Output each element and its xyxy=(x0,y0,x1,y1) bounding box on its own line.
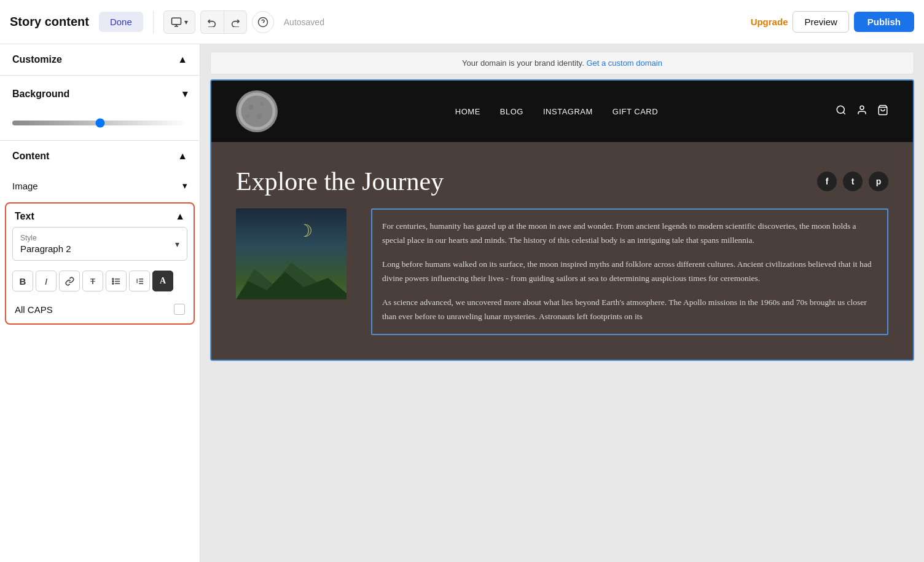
text-highlighted-box[interactable]: For centuries, humanity has gazed up at … xyxy=(371,208,888,335)
preview-content: ☽ For centuries, humanity has gazed up a… xyxy=(211,208,913,360)
sidebar: Customize ▲ Background ▾ Content ▲ Image… xyxy=(0,44,200,562)
domain-banner: Your domain is your brand identity. Get … xyxy=(210,52,914,74)
upgrade-button[interactable]: Upgrade xyxy=(751,17,788,27)
link-button[interactable] xyxy=(59,271,80,291)
content-chevron: ▲ xyxy=(178,151,187,162)
redo-button[interactable] xyxy=(224,10,247,34)
facebook-icon[interactable]: f xyxy=(817,172,837,191)
gradient-slider-container xyxy=(0,109,200,138)
text-section-box: Text ▲ Style Paragraph 2 ▾ B I T xyxy=(5,202,195,325)
help-button[interactable] xyxy=(252,11,274,33)
text-paragraph-2: Long before humans walked on its surface… xyxy=(382,258,877,286)
customize-chevron: ▲ xyxy=(178,54,187,65)
bullet-list-button[interactable] xyxy=(106,271,127,291)
text-color-button[interactable]: A xyxy=(152,271,173,291)
svg-line-21 xyxy=(843,112,845,114)
italic-button[interactable]: I xyxy=(36,271,57,291)
bold-button[interactable]: B xyxy=(12,271,33,291)
ordered-list-button[interactable] xyxy=(129,271,150,291)
nav-link-instagram[interactable]: INSTAGRAM xyxy=(543,107,593,116)
svg-point-18 xyxy=(256,113,262,119)
domain-link[interactable]: Get a custom domain xyxy=(586,58,662,68)
account-icon[interactable] xyxy=(856,105,867,118)
preview-nav: HOME BLOG INSTAGRAM GIFT CARD xyxy=(211,81,913,142)
nav-link-giftcard[interactable]: GIFT CARD xyxy=(613,107,658,116)
text-paragraph-3: As science advanced, we uncovered more a… xyxy=(382,296,877,324)
all-caps-checkbox[interactable] xyxy=(174,304,185,315)
preview-image: ☽ xyxy=(236,208,346,299)
strikethrough-button[interactable]: T xyxy=(82,271,103,291)
moon-crescent-icon: ☽ xyxy=(297,221,316,239)
done-button[interactable]: Done xyxy=(99,12,143,32)
content-section[interactable]: Content ▲ xyxy=(0,141,200,172)
publish-button[interactable]: Publish xyxy=(854,12,914,32)
background-section[interactable]: Background ▾ xyxy=(0,78,200,109)
customize-section[interactable]: Customize ▲ xyxy=(0,44,200,75)
style-label: Style xyxy=(20,234,179,242)
text-chevron: ▲ xyxy=(175,211,185,222)
undo-button[interactable] xyxy=(200,10,224,34)
nav-link-home[interactable]: HOME xyxy=(455,107,480,116)
svg-point-22 xyxy=(860,106,864,109)
undo-redo-group xyxy=(200,10,247,34)
preview-text-column: For centuries, humanity has gazed up at … xyxy=(371,208,888,335)
domain-banner-text: Your domain is your brand identity. xyxy=(462,58,584,68)
cart-icon[interactable] xyxy=(877,105,888,118)
content-label: Content xyxy=(12,151,49,162)
svg-point-8 xyxy=(112,278,113,279)
preview-button[interactable]: Preview xyxy=(793,11,848,33)
text-label: Text xyxy=(15,211,34,222)
preview-nav-icons xyxy=(836,105,888,118)
all-caps-row: All CAPS xyxy=(6,298,194,323)
svg-point-15 xyxy=(241,95,272,127)
svg-point-10 xyxy=(112,283,113,284)
page-title: Story content xyxy=(10,15,89,29)
customize-label: Customize xyxy=(12,54,62,65)
all-caps-label: All CAPS xyxy=(15,304,53,315)
background-chevron: ▾ xyxy=(182,88,187,100)
preview-logo xyxy=(236,90,278,132)
hero-title: Explore the Journey xyxy=(236,167,444,196)
preview-nav-links: HOME BLOG INSTAGRAM GIFT CARD xyxy=(455,107,658,116)
svg-point-16 xyxy=(248,105,253,110)
svg-point-17 xyxy=(260,102,264,106)
nav-link-blog[interactable]: BLOG xyxy=(500,107,523,116)
svg-point-20 xyxy=(837,106,844,113)
canvas-area[interactable]: Your domain is your brand identity. Get … xyxy=(200,44,924,562)
preview-hero: Explore the Journey f t p xyxy=(211,142,913,208)
svg-point-9 xyxy=(112,280,113,282)
text-paragraph-1: For centuries, humanity has gazed up at … xyxy=(382,220,877,248)
twitter-icon[interactable]: t xyxy=(843,172,863,191)
autosaved-text: Autosaved xyxy=(284,17,746,27)
dropdown-arrow-icon: ▾ xyxy=(175,239,179,249)
gradient-slider[interactable] xyxy=(12,121,187,125)
style-dropdown[interactable]: Style Paragraph 2 ▾ xyxy=(12,227,187,261)
divider xyxy=(153,11,154,33)
style-value: Paragraph 2 xyxy=(20,243,179,254)
hero-social: f t p xyxy=(817,167,888,191)
svg-point-19 xyxy=(245,114,249,118)
text-section-header[interactable]: Text ▲ xyxy=(6,204,194,227)
monitor-icon-button[interactable]: ▾ xyxy=(163,10,195,34)
format-toolbar: B I T xyxy=(6,267,194,298)
search-icon[interactable] xyxy=(836,105,847,118)
image-section[interactable]: Image ▾ xyxy=(0,172,200,200)
background-label: Background xyxy=(12,89,69,100)
site-preview: HOME BLOG INSTAGRAM GIFT CARD xyxy=(210,79,914,361)
image-label: Image xyxy=(12,181,38,191)
svg-rect-0 xyxy=(171,18,181,25)
pinterest-icon[interactable]: p xyxy=(869,172,888,191)
image-chevron: ▾ xyxy=(182,180,187,191)
